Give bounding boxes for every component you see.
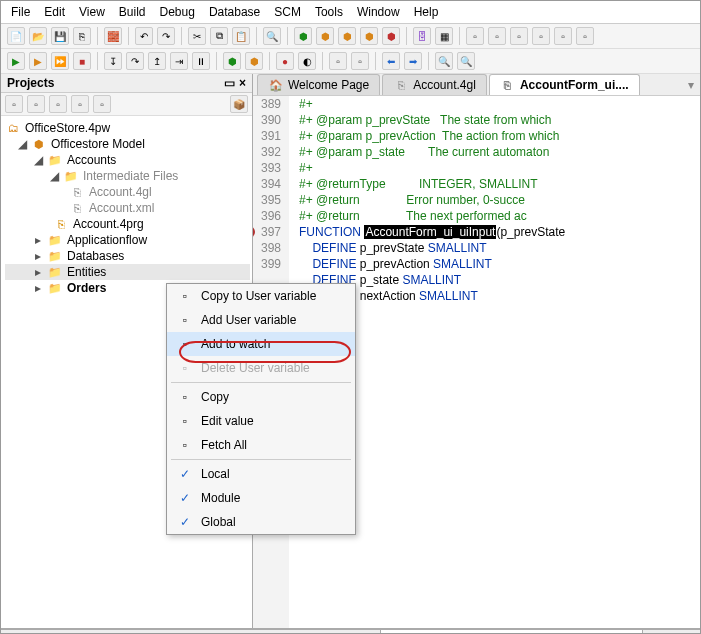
expand-icon[interactable]: ▸: [33, 249, 43, 263]
folder-icon: 📁: [47, 249, 63, 263]
nav-back-icon[interactable]: ⬅: [382, 52, 400, 70]
save-all-icon[interactable]: ⎘: [73, 27, 91, 45]
tab-accountform-ui[interactable]: ⎘AccountForm_ui....: [489, 74, 640, 95]
menu-help[interactable]: Help: [414, 5, 439, 19]
new-file-icon[interactable]: 📄: [7, 27, 25, 45]
projects-panel-header: Projects ▭ ×: [1, 74, 252, 93]
proj-btn-5[interactable]: ▫: [93, 95, 111, 113]
menu-window[interactable]: Window: [357, 5, 400, 19]
build-icon[interactable]: 🧱: [104, 27, 122, 45]
compile-icon[interactable]: ⬢: [294, 27, 312, 45]
proj-btn-1[interactable]: ▫: [5, 95, 23, 113]
stop-icon[interactable]: ■: [73, 52, 91, 70]
tabs-overflow-icon[interactable]: ▾: [682, 78, 700, 92]
menu-database[interactable]: Database: [209, 5, 260, 19]
form-icon[interactable]: ▦: [435, 27, 453, 45]
expand-icon[interactable]: ▸: [33, 265, 43, 279]
attach-icon[interactable]: ⬢: [223, 52, 241, 70]
watch-win-icon[interactable]: ▫: [329, 52, 347, 70]
tree-databases[interactable]: ▸📁Databases: [5, 248, 250, 264]
menu-scm[interactable]: SCM: [274, 5, 301, 19]
proj-btn-3[interactable]: ▫: [49, 95, 67, 113]
misc2-icon[interactable]: ▫: [488, 27, 506, 45]
ctx-global[interactable]: ✓Global: [167, 510, 355, 534]
tree-entities[interactable]: ▸📁Entities: [5, 264, 250, 280]
ctx-add-to-watch[interactable]: ▫Add to watch: [167, 332, 355, 356]
close-panel-icon[interactable]: ×: [239, 76, 246, 90]
menu-tools[interactable]: Tools: [315, 5, 343, 19]
data-panel-header: Data ▭×: [1, 630, 380, 634]
xml-icon: ⎘: [69, 201, 85, 215]
collapse-icon[interactable]: ◢: [17, 137, 27, 151]
ctx-module[interactable]: ✓Module: [167, 486, 355, 510]
cut-icon[interactable]: ✂: [188, 27, 206, 45]
tree-intfiles[interactable]: ◢📁Intermediate Files: [5, 168, 250, 184]
pause-icon[interactable]: ⏸: [192, 52, 210, 70]
ctx-edit-value[interactable]: ▫Edit value: [167, 409, 355, 433]
proj-btn-2[interactable]: ▫: [27, 95, 45, 113]
ctx-local[interactable]: ✓Local: [167, 462, 355, 486]
redo-icon[interactable]: ↷: [157, 27, 175, 45]
search-icon[interactable]: 🔍: [263, 27, 281, 45]
tree-account-xml[interactable]: ⎘Account.xml: [5, 200, 250, 216]
run-to-icon[interactable]: ⇥: [170, 52, 188, 70]
proj-btn-4[interactable]: ▫: [71, 95, 89, 113]
menu-file[interactable]: File: [11, 5, 30, 19]
continue-icon[interactable]: ⏩: [51, 52, 69, 70]
menu-debug[interactable]: Debug: [160, 5, 195, 19]
zoom-out-icon[interactable]: 🔍: [435, 52, 453, 70]
zoom-in-icon[interactable]: 🔍: [457, 52, 475, 70]
open-folder-icon[interactable]: 📂: [29, 27, 47, 45]
expand-icon[interactable]: ▸: [33, 281, 43, 295]
save-icon[interactable]: 💾: [51, 27, 69, 45]
ctx-add-user-variable[interactable]: ▫Add User variable: [167, 308, 355, 332]
misc1-icon[interactable]: ▫: [466, 27, 484, 45]
tab-welcome[interactable]: 🏠Welcome Page: [257, 74, 380, 95]
tree-appflow[interactable]: ▸📁Applicationflow: [5, 232, 250, 248]
rebuild-icon[interactable]: ⬢: [360, 27, 378, 45]
undo-icon[interactable]: ↶: [135, 27, 153, 45]
context-menu[interactable]: ▫Copy to User variable▫Add User variable…: [166, 283, 356, 535]
value-toolbar: ✎ ✎ ✎: [381, 630, 642, 634]
clean-icon[interactable]: ⬢: [382, 27, 400, 45]
misc6-icon[interactable]: ▫: [576, 27, 594, 45]
ctx-fetch-all[interactable]: ▫Fetch All: [167, 433, 355, 457]
run-icon[interactable]: ▶: [7, 52, 25, 70]
db-icon[interactable]: 🗄: [413, 27, 431, 45]
menu-view[interactable]: View: [79, 5, 105, 19]
step-into-icon[interactable]: ↧: [104, 52, 122, 70]
menu-edit[interactable]: Edit: [44, 5, 65, 19]
vars-win-icon[interactable]: ▫: [351, 52, 369, 70]
collapse-icon[interactable]: ◢: [49, 169, 59, 183]
collapse-icon[interactable]: ◢: [33, 153, 43, 167]
menu-build[interactable]: Build: [119, 5, 146, 19]
pin-icon[interactable]: ▭: [224, 76, 235, 90]
debug-run-icon[interactable]: ▶: [29, 52, 47, 70]
model-icon: ⬢: [31, 137, 47, 151]
expand-icon[interactable]: ▸: [33, 233, 43, 247]
build-all-icon[interactable]: ⬢: [338, 27, 356, 45]
misc3-icon[interactable]: ▫: [510, 27, 528, 45]
tree-root[interactable]: 🗂OfficeStore.4pw: [5, 120, 250, 136]
detach-icon[interactable]: ⬢: [245, 52, 263, 70]
copy-icon[interactable]: ⧉: [210, 27, 228, 45]
paste-icon[interactable]: 📋: [232, 27, 250, 45]
step-over-icon[interactable]: ↷: [126, 52, 144, 70]
tree-model[interactable]: ◢⬢Officestore Model: [5, 136, 250, 152]
nav-fwd-icon[interactable]: ➡: [404, 52, 422, 70]
proj-btn-box[interactable]: 📦: [230, 95, 248, 113]
record-icon[interactable]: ●: [276, 52, 294, 70]
tree-account-4prg[interactable]: ⎘Account.4prg: [5, 216, 250, 232]
link-icon[interactable]: ⬢: [316, 27, 334, 45]
misc5-icon[interactable]: ▫: [554, 27, 572, 45]
ctx-copy[interactable]: ▫Copy: [167, 385, 355, 409]
tree-account-4gl[interactable]: ⎘Account.4gl: [5, 184, 250, 200]
copy-var-icon: ▫: [177, 289, 193, 303]
tab-account-4gl[interactable]: ⎘Account.4gl: [382, 74, 487, 95]
bp-toggle-icon[interactable]: ◐: [298, 52, 316, 70]
misc4-icon[interactable]: ▫: [532, 27, 550, 45]
check-icon: ✓: [177, 467, 193, 481]
ctx-copy-to-user-variable[interactable]: ▫Copy to User variable: [167, 284, 355, 308]
tree-accounts[interactable]: ◢📁Accounts: [5, 152, 250, 168]
step-out-icon[interactable]: ↥: [148, 52, 166, 70]
